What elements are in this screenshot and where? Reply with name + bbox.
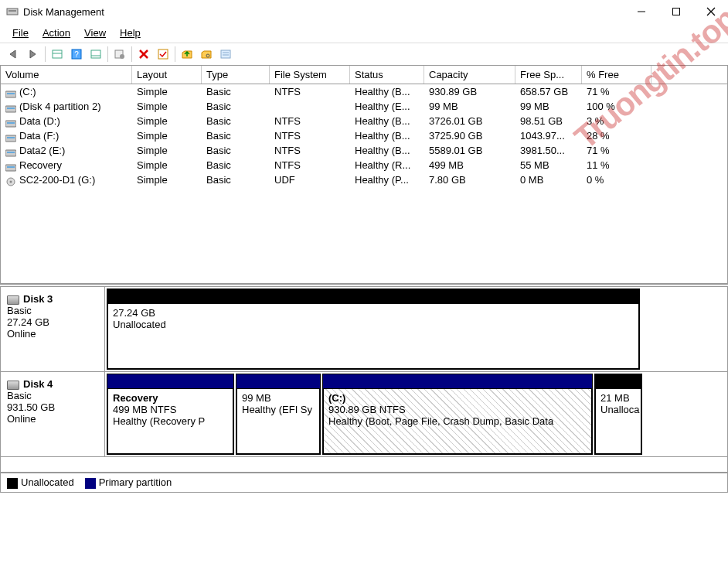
volume-row[interactable]: (C:)SimpleBasicNTFSHealthy (B...930.89 G…	[1, 84, 727, 99]
col-filesystem[interactable]: File System	[270, 66, 350, 84]
volume-list[interactable]: (C:)SimpleBasicNTFSHealthy (B...930.89 G…	[0, 84, 728, 284]
col-capacity[interactable]: Capacity	[424, 66, 515, 84]
volume-icon	[5, 162, 16, 170]
folder-up-button[interactable]	[178, 46, 196, 63]
partition-header	[107, 289, 639, 303]
disk-partitions: Recovery499 MB NTFSHealthy (Recovery P99…	[105, 372, 727, 456]
legend-unallocated-swatch	[7, 478, 18, 489]
legend-unallocated-label: Unallocated	[21, 476, 74, 488]
partition-box[interactable]: Recovery499 MB NTFSHealthy (Recovery P	[107, 374, 234, 455]
partition-body: (C:)930.89 GB NTFSHealthy (Boot, Page Fi…	[323, 388, 592, 454]
window-title: Disk Management	[23, 6, 624, 18]
volume-icon	[5, 148, 16, 155]
volume-icon	[5, 133, 16, 141]
legend: Unallocated Primary partition	[0, 473, 728, 493]
partition-box[interactable]: 27.24 GBUnallocated	[107, 288, 640, 370]
svg-rect-6	[53, 50, 62, 58]
folder-search-button[interactable]	[197, 46, 216, 63]
list-button[interactable]	[216, 46, 235, 63]
app-icon	[6, 5, 19, 18]
menu-file[interactable]: File	[6, 25, 35, 41]
col-status[interactable]: Status	[350, 66, 424, 84]
close-button[interactable]	[693, 0, 728, 23]
col-free[interactable]: Free Sp...	[515, 66, 582, 84]
svg-rect-24	[7, 108, 15, 109]
menubar: File Action View Help	[0, 23, 728, 43]
disk-graphical-view[interactable]: Disk 3Basic27.24 GBOnline27.24 GBUnalloc…	[0, 287, 728, 473]
disk-icon	[7, 381, 19, 390]
svg-rect-18	[221, 50, 230, 58]
partition-body: 99 MBHealthy (EFI Sy	[236, 388, 320, 454]
volume-row[interactable]: Data (F:)SimpleBasicNTFSHealthy (B...372…	[1, 128, 727, 143]
help-button[interactable]: ?	[67, 46, 86, 63]
partition-body: 21 MBUnalloca	[595, 388, 641, 454]
menu-view[interactable]: View	[78, 25, 112, 41]
volume-icon	[5, 89, 16, 97]
disk-icon	[7, 295, 19, 305]
toolbar: ?	[0, 43, 728, 66]
volume-row[interactable]: RecoverySimpleBasicNTFSHealthy (R...499 …	[1, 158, 727, 172]
partition-box[interactable]: 21 MBUnalloca	[594, 374, 642, 455]
svg-rect-22	[7, 93, 15, 94]
col-pct[interactable]: % Free	[582, 66, 651, 84]
disk-row[interactable]: Disk 4Basic931.50 GBOnlineRecovery499 MB…	[1, 372, 727, 457]
svg-point-34	[10, 180, 12, 183]
disk-partitions: 27.24 GBUnallocated	[105, 287, 727, 371]
back-button[interactable]	[5, 46, 23, 63]
partition-box[interactable]: (C:)930.89 GB NTFSHealthy (Boot, Page Fi…	[322, 374, 593, 455]
svg-rect-1	[9, 10, 16, 12]
properties-button[interactable]	[111, 46, 129, 63]
svg-rect-32	[7, 166, 15, 168]
volume-row[interactable]: SC2-200-D1 (G:)SimpleBasicUDFHealthy (P.…	[1, 172, 727, 187]
legend-primary-swatch	[85, 478, 96, 489]
minimize-button[interactable]	[624, 0, 658, 23]
partition-body: Recovery499 MB NTFSHealthy (Recovery P	[107, 388, 233, 454]
svg-rect-28	[7, 137, 15, 138]
volume-row[interactable]: Data2 (E:)SimpleBasicNTFSHealthy (B...55…	[1, 143, 727, 158]
svg-rect-30	[7, 152, 15, 153]
volume-list-header: Volume Layout Type File System Status Ca…	[0, 66, 728, 84]
volume-row[interactable]: Data (D:)SimpleBasicNTFSHealthy (B...372…	[1, 114, 727, 128]
disk-row[interactable]: Disk 3Basic27.24 GBOnline27.24 GBUnalloc…	[1, 287, 727, 372]
partition-header	[236, 374, 320, 388]
partition-header	[595, 374, 641, 388]
volume-row[interactable]: (Disk 4 partition 2)SimpleBasicHealthy (…	[1, 99, 727, 114]
col-layout[interactable]: Layout	[132, 66, 202, 84]
view-bottom-button[interactable]	[87, 46, 105, 63]
partition-body: 27.24 GBUnallocated	[107, 303, 639, 369]
legend-primary-label: Primary partition	[99, 476, 172, 488]
partition-header	[323, 374, 592, 388]
col-volume[interactable]: Volume	[1, 66, 132, 84]
svg-text:?: ?	[74, 50, 79, 59]
titlebar: Disk Management	[0, 0, 728, 23]
maximize-button[interactable]	[658, 0, 693, 23]
volume-icon	[5, 118, 16, 126]
partition-header	[107, 374, 233, 388]
svg-rect-16	[158, 50, 168, 59]
col-type[interactable]: Type	[202, 66, 270, 84]
svg-point-13	[120, 54, 124, 59]
disk-label: Disk 4Basic931.50 GBOnline	[1, 372, 105, 456]
svg-rect-10	[91, 50, 100, 58]
menu-action[interactable]: Action	[36, 25, 77, 41]
volume-icon	[5, 104, 16, 111]
svg-rect-3	[672, 9, 679, 15]
volume-icon	[5, 177, 16, 185]
disk-label: Disk 3Basic27.24 GBOnline	[1, 287, 105, 371]
menu-help[interactable]: Help	[114, 25, 147, 41]
svg-rect-26	[7, 122, 15, 124]
partition-box[interactable]: 99 MBHealthy (EFI Sy	[236, 374, 321, 455]
delete-button[interactable]	[134, 46, 153, 63]
forward-button[interactable]	[24, 46, 43, 63]
check-button[interactable]	[154, 46, 172, 63]
view-top-button[interactable]	[48, 46, 66, 63]
